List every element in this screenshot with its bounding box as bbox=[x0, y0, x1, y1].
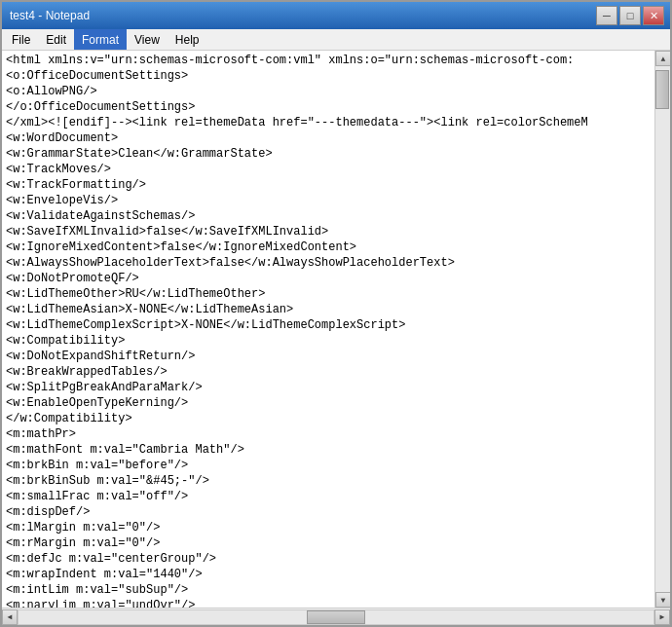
scroll-left-button[interactable]: ◀ bbox=[2, 609, 18, 625]
editor-content[interactable]: <html xmlns:v="urn:schemas-microsoft-com… bbox=[2, 51, 654, 608]
scroll-down-button[interactable]: ▼ bbox=[655, 592, 670, 608]
minimize-button[interactable]: ─ bbox=[596, 6, 617, 25]
scroll-right-button[interactable]: ▶ bbox=[654, 609, 670, 625]
content-area: <html xmlns:v="urn:schemas-microsoft-com… bbox=[2, 51, 670, 608]
menu-format[interactable]: Format bbox=[74, 29, 127, 50]
menu-view[interactable]: View bbox=[127, 29, 168, 50]
scroll-thumb-vertical[interactable] bbox=[655, 70, 669, 109]
menu-edit[interactable]: Edit bbox=[38, 29, 74, 50]
window-title: test4 - Notepad bbox=[10, 9, 90, 22]
title-bar: test4 - Notepad ─ □ ✕ bbox=[2, 2, 670, 29]
text-editor: <html xmlns:v="urn:schemas-microsoft-com… bbox=[2, 51, 654, 608]
window: test4 - Notepad ─ □ ✕ File Edit Format V… bbox=[0, 0, 672, 627]
title-bar-buttons: ─ □ ✕ bbox=[596, 6, 664, 25]
scroll-track-horizontal[interactable] bbox=[18, 609, 654, 625]
scroll-track-vertical[interactable] bbox=[655, 66, 670, 592]
scroll-up-button[interactable]: ▲ bbox=[655, 51, 670, 66]
menu-bar: File Edit Format View Help bbox=[2, 29, 670, 51]
maximize-button[interactable]: □ bbox=[619, 6, 641, 25]
horizontal-scrollbar: ◀ ▶ bbox=[2, 608, 670, 625]
menu-file[interactable]: File bbox=[4, 29, 38, 50]
menu-help[interactable]: Help bbox=[168, 29, 207, 50]
close-button[interactable]: ✕ bbox=[643, 6, 664, 25]
vertical-scrollbar: ▲ ▼ bbox=[654, 51, 670, 608]
scroll-thumb-horizontal[interactable] bbox=[307, 610, 365, 624]
